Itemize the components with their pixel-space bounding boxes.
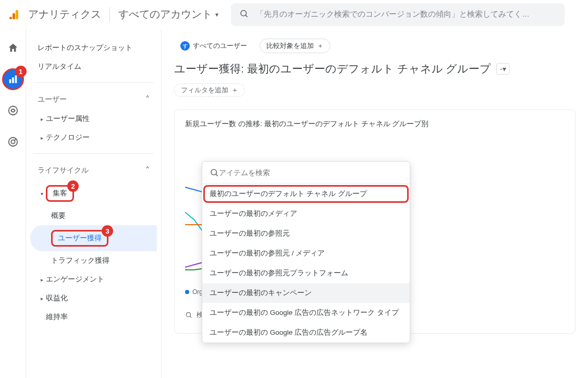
nav-user-acquisition[interactable]: ユーザー獲得 3 <box>30 225 157 251</box>
svg-rect-7 <box>15 76 17 83</box>
nav-traffic-acquisition-label: トラフィック獲得 <box>51 256 109 264</box>
nav-technology-label: テクノロジー <box>46 133 90 142</box>
svg-point-9 <box>8 138 17 147</box>
dropdown-option-first-source-medium[interactable]: ユーザーの最初の参照元 / メディア <box>202 243 410 263</box>
triangle-right-icon: ▸ <box>38 116 46 122</box>
nav-user-acquisition-label: ユーザー獲得 <box>58 234 102 242</box>
chart-card: 新規ユーザー数 の推移: 最初のユーザーのデフォルト チャネル グループ別 Or… <box>174 109 575 334</box>
svg-point-14 <box>186 312 190 316</box>
svg-point-16 <box>211 169 217 175</box>
svg-line-17 <box>216 174 217 176</box>
nav-acquisition-label: 集客 <box>53 189 67 197</box>
chip-add-compare-label: 比較対象を追加 <box>266 42 314 51</box>
svg-point-3 <box>241 10 247 16</box>
svg-rect-5 <box>9 79 11 83</box>
rail-home[interactable] <box>3 38 23 58</box>
svg-rect-6 <box>12 77 14 83</box>
dropdown-option-google-ads-adgroup[interactable]: ユーザーの最初の Google 広告の広告グループ名 <box>202 323 410 343</box>
chip-all-users-label: すべてのユーザー <box>193 42 247 51</box>
rail-advertising[interactable] <box>3 131 23 152</box>
caret-down-icon: ▾ <box>215 11 218 18</box>
dropdown-option-google-ads-network[interactable]: ユーザーの最初の Google 広告の広告ネットワーク タイプ <box>202 303 410 323</box>
global-search[interactable]: 「先月のオーガニック検索でのコンバージョン数の傾向」と検索してみてく… <box>231 3 565 26</box>
svg-line-4 <box>246 15 247 17</box>
nav-acquisition[interactable]: ▾ 集客 2 <box>30 180 157 206</box>
dropdown-search[interactable] <box>202 162 410 184</box>
search-icon <box>210 168 219 177</box>
nav-user-attributes[interactable]: ▸ユーザー属性 <box>30 109 157 128</box>
search-icon <box>239 9 249 20</box>
app-header: アナリティクス すべてのアカウント ▾ 「先月のオーガニック検索でのコンバージョ… <box>0 0 588 29</box>
svg-point-2 <box>9 17 12 19</box>
nav-retention-label: 維持率 <box>46 312 68 322</box>
dropdown-search-input[interactable] <box>219 168 402 177</box>
dropdown-option-first-medium[interactable]: ユーザーの最初のメディア <box>202 204 410 224</box>
nav-monetization-label: 収益化 <box>46 294 68 303</box>
plus-icon: ＋ <box>317 42 324 51</box>
app-title: アナリティクス <box>28 7 101 21</box>
page-title-row: ユーザー獲得: 最初のユーザーのデフォルト チャネル グループ ▾ <box>174 62 575 76</box>
nav-lifecycle-section-label: ライフサイクル <box>38 166 89 175</box>
annotation-badge-2: 2 <box>67 180 79 192</box>
nav-user-attributes-label: ユーザー属性 <box>46 114 90 124</box>
nav-user-section-label: ユーザー <box>38 95 67 104</box>
page-title: ユーザー獲得: 最初のユーザーのデフォルト チャネル グループ <box>174 62 491 76</box>
svg-point-10 <box>11 140 15 143</box>
rail-reports[interactable]: 1 <box>3 69 23 90</box>
main-content: す すべてのユーザー 比較対象を追加 ＋ ユーザー獲得: 最初のユーザーのデフォ… <box>162 29 588 378</box>
chevron-up-icon: ˄ <box>145 94 150 104</box>
warning-dropdown[interactable]: ▾ <box>496 63 510 75</box>
nav-monetization[interactable]: ▸収益化 <box>30 289 157 308</box>
rail-explore[interactable] <box>3 100 23 121</box>
search-placeholder: 「先月のオーガニック検索でのコンバージョン数の傾向」と検索してみてく… <box>256 9 556 19</box>
chevron-up-icon: ˄ <box>145 165 150 175</box>
chip-all-users-badge: す <box>180 41 190 51</box>
dropdown-option-first-source-platform[interactable]: ユーザーの最初の参照元プラットフォーム <box>202 263 410 283</box>
svg-rect-0 <box>16 10 18 19</box>
nav-user-section[interactable]: ユーザー ˄ <box>30 89 157 109</box>
dropdown-option-default-channel-group[interactable]: 最初のユーザーのデフォルト チャネル グループ <box>202 184 410 204</box>
analytics-logo-icon <box>7 7 22 22</box>
chart-card-title: 新規ユーザー数 の推移: 最初のユーザーのデフォルト チャネル グループ別 <box>185 119 565 129</box>
nav-overview-label: 概要 <box>51 211 66 220</box>
header-divider <box>109 7 110 22</box>
triangle-right-icon: ▸ <box>38 277 46 283</box>
svg-line-15 <box>190 316 192 318</box>
nav-engagement[interactable]: ▸エンゲージメント <box>30 270 157 289</box>
triangle-down-icon: ▾ <box>38 191 46 197</box>
search-icon <box>185 311 192 319</box>
nav-snapshot[interactable]: レポートのスナップショット <box>30 39 157 57</box>
dropdown-option-first-source[interactable]: ユーザーの最初の参照元 <box>202 224 410 243</box>
chip-all-users[interactable]: す すべてのユーザー <box>174 39 253 53</box>
left-rail: 1 <box>0 29 26 378</box>
annotation-badge-3: 3 <box>102 225 113 237</box>
nav-overview[interactable]: 概要 <box>30 206 157 225</box>
legend-dot-icon <box>185 290 189 294</box>
nav-technology[interactable]: ▸テクノロジー <box>30 128 157 147</box>
nav-engagement-label: エンゲージメント <box>46 275 104 284</box>
add-filter-label: フィルタを追加 <box>181 86 228 95</box>
nav-realtime[interactable]: リアルタイム <box>30 57 157 76</box>
nav-lifecycle-section[interactable]: ライフサイクル ˄ <box>30 160 157 180</box>
segment-chips: す すべてのユーザー 比較対象を追加 ＋ <box>174 39 575 53</box>
svg-point-8 <box>8 106 17 115</box>
report-navigation: レポートのスナップショット リアルタイム ユーザー ˄ ▸ユーザー属性 ▸テクノ… <box>26 29 162 378</box>
add-filter-chip[interactable]: フィルタを追加 ＋ <box>174 83 245 97</box>
svg-line-11 <box>14 139 16 141</box>
chip-add-compare[interactable]: 比較対象を追加 ＋ <box>260 39 330 53</box>
caret-down-icon: ▾ <box>503 65 506 73</box>
dropdown-option-first-campaign[interactable]: ユーザーの最初のキャンペーン <box>202 283 410 303</box>
svg-rect-1 <box>13 13 15 19</box>
dimension-dropdown: 最初のユーザーのデフォルト チャネル グループ ユーザーの最初のメディア ユーザ… <box>202 161 410 343</box>
nav-retention[interactable]: 維持率 <box>30 308 157 326</box>
annotation-badge-1: 1 <box>15 66 27 77</box>
triangle-right-icon: ▸ <box>38 296 46 301</box>
account-switcher[interactable]: すべてのアカウント ▾ <box>118 7 218 21</box>
triangle-right-icon: ▸ <box>38 135 46 141</box>
nav-traffic-acquisition[interactable]: トラフィック獲得 <box>30 251 157 270</box>
account-switcher-label: すべてのアカウント <box>118 7 212 21</box>
plus-icon: ＋ <box>231 86 238 95</box>
